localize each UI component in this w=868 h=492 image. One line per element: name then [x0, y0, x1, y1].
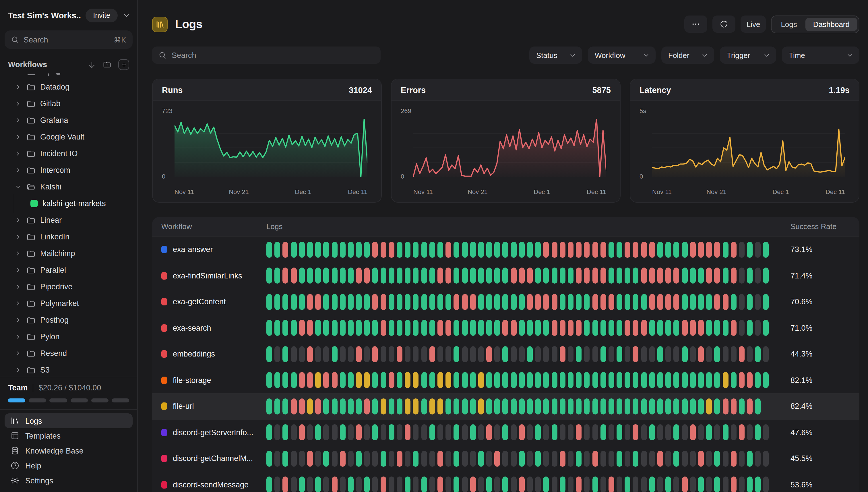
log-bar[interactable]: [380, 294, 386, 310]
log-bar[interactable]: [478, 424, 484, 441]
log-bar[interactable]: [576, 242, 581, 258]
log-bar[interactable]: [722, 372, 728, 388]
log-bar[interactable]: [503, 242, 509, 258]
log-bar[interactable]: [445, 242, 451, 258]
log-bar[interactable]: [495, 477, 500, 492]
log-bar[interactable]: [405, 346, 411, 362]
log-bar[interactable]: [747, 424, 752, 441]
log-bar[interactable]: [323, 451, 329, 467]
log-bar[interactable]: [348, 268, 354, 284]
table-row-file-storage[interactable]: file-storage82.1%: [152, 367, 860, 393]
log-bar[interactable]: [438, 346, 443, 362]
log-bar[interactable]: [641, 372, 647, 388]
log-bar[interactable]: [576, 424, 581, 441]
log-bar[interactable]: [356, 477, 362, 492]
log-bar[interactable]: [649, 346, 655, 362]
log-bar[interactable]: [299, 477, 305, 492]
log-bar[interactable]: [576, 346, 581, 362]
log-bar[interactable]: [397, 268, 402, 284]
log-bar[interactable]: [364, 424, 370, 441]
log-bar[interactable]: [690, 398, 696, 415]
log-bar[interactable]: [356, 320, 362, 336]
log-bar[interactable]: [690, 346, 696, 362]
log-bar[interactable]: [592, 477, 598, 492]
log-bar[interactable]: [397, 477, 402, 492]
log-bar[interactable]: [413, 477, 419, 492]
log-bar[interactable]: [307, 372, 313, 388]
log-bar[interactable]: [315, 451, 321, 467]
log-bar[interactable]: [763, 477, 769, 492]
log-bar[interactable]: [617, 294, 622, 310]
log-bar[interactable]: [649, 294, 655, 310]
folder-item-pipedrive[interactable]: Pipedrive: [0, 278, 137, 295]
log-bar[interactable]: [405, 242, 411, 258]
log-bar[interactable]: [274, 477, 280, 492]
log-bar[interactable]: [323, 372, 329, 388]
log-bar[interactable]: [356, 268, 362, 284]
log-bar[interactable]: [454, 242, 460, 258]
log-bar[interactable]: [323, 477, 329, 492]
log-bar[interactable]: [445, 398, 451, 415]
log-bar[interactable]: [665, 268, 671, 284]
log-bar[interactable]: [283, 372, 289, 388]
log-bar[interactable]: [755, 320, 761, 336]
log-bar[interactable]: [389, 451, 394, 467]
log-bar[interactable]: [600, 320, 606, 336]
log-bar[interactable]: [665, 424, 671, 441]
log-bar[interactable]: [511, 477, 516, 492]
log-bar[interactable]: [617, 320, 622, 336]
log-bar[interactable]: [560, 346, 566, 362]
filter-status-dropdown[interactable]: Status: [529, 47, 582, 64]
log-bar[interactable]: [592, 320, 598, 336]
log-bar[interactable]: [763, 346, 769, 362]
log-bar[interactable]: [560, 320, 566, 336]
log-bar[interactable]: [739, 242, 745, 258]
log-bar[interactable]: [633, 242, 639, 258]
log-bar[interactable]: [389, 372, 394, 388]
log-bar[interactable]: [486, 320, 492, 336]
log-bar[interactable]: [315, 398, 321, 415]
log-bar[interactable]: [323, 268, 329, 284]
log-bar[interactable]: [519, 398, 525, 415]
log-bar[interactable]: [739, 268, 745, 284]
log-bar[interactable]: [340, 424, 345, 441]
log-bar[interactable]: [698, 372, 704, 388]
log-bar[interactable]: [527, 242, 533, 258]
log-bar[interactable]: [690, 320, 696, 336]
log-bar[interactable]: [617, 398, 622, 415]
log-bar[interactable]: [454, 294, 460, 310]
log-bar[interactable]: [307, 451, 313, 467]
log-bar[interactable]: [657, 372, 663, 388]
log-bar[interactable]: [763, 451, 769, 467]
log-bar[interactable]: [438, 268, 443, 284]
log-bar[interactable]: [584, 477, 590, 492]
log-bar[interactable]: [372, 346, 378, 362]
log-bar[interactable]: [429, 346, 435, 362]
log-bar[interactable]: [323, 346, 329, 362]
log-bar[interactable]: [763, 320, 769, 336]
log-bar[interactable]: [380, 346, 386, 362]
log-bar[interactable]: [543, 424, 549, 441]
folder-item-kalshi[interactable]: Kalshi: [0, 178, 137, 195]
log-bar[interactable]: [380, 372, 386, 388]
sidebar-item-templates[interactable]: Templates: [5, 428, 132, 443]
view-toggle-dashboard[interactable]: Dashboard: [806, 18, 857, 31]
log-bar[interactable]: [445, 320, 451, 336]
log-bar[interactable]: [478, 398, 484, 415]
log-bar[interactable]: [470, 242, 476, 258]
log-bar[interactable]: [633, 398, 639, 415]
log-bar[interactable]: [690, 242, 696, 258]
log-bar[interactable]: [323, 320, 329, 336]
log-bar[interactable]: [543, 451, 549, 467]
log-bar[interactable]: [274, 398, 280, 415]
log-bar[interactable]: [633, 294, 639, 310]
log-bar[interactable]: [722, 242, 728, 258]
log-bar[interactable]: [429, 268, 435, 284]
log-bar[interactable]: [625, 268, 630, 284]
log-bar[interactable]: [331, 294, 337, 310]
log-bar[interactable]: [747, 294, 752, 310]
log-bar[interactable]: [413, 372, 419, 388]
log-bar[interactable]: [340, 398, 345, 415]
log-bar[interactable]: [454, 268, 460, 284]
log-bar[interactable]: [649, 424, 655, 441]
